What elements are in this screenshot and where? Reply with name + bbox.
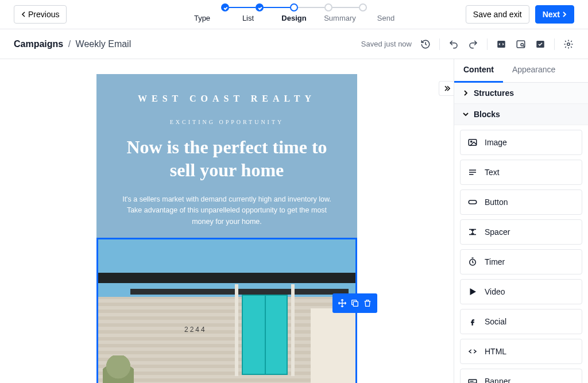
chevron-right-icon — [462, 90, 469, 96]
step-dot-summary[interactable] — [324, 3, 332, 11]
undo-icon[interactable] — [448, 38, 459, 50]
previous-label: Previous — [28, 10, 59, 19]
section-structures-label: Structures — [474, 88, 514, 98]
step-dot-design[interactable] — [290, 3, 298, 11]
save-exit-button[interactable]: Save and exit — [466, 5, 529, 24]
settings-icon[interactable] — [563, 38, 574, 50]
block-banner[interactable]: Banner — [460, 369, 582, 383]
save-status: Saved just now — [361, 40, 412, 48]
previous-button[interactable]: Previous — [14, 5, 67, 24]
block-text-label: Text — [485, 168, 500, 177]
banner-icon — [467, 376, 478, 383]
step-dot-list[interactable] — [256, 3, 264, 11]
button-icon — [467, 197, 478, 207]
block-timer-label: Timer — [485, 257, 505, 266]
main-area: WEST COAST REALTY EXCITING OPPORTUNITY N… — [0, 59, 588, 383]
svg-rect-9 — [469, 172, 476, 173]
code-view-icon[interactable] — [496, 38, 507, 50]
tab-appearance[interactable]: Appearance — [503, 59, 565, 82]
top-toolbar: Previous Type List Design Summary Send S… — [0, 0, 588, 29]
step-dot-type[interactable] — [221, 3, 229, 11]
svg-rect-11 — [469, 200, 477, 204]
house-number: 2244 — [184, 326, 207, 334]
breadcrumb-root[interactable]: Campaigns — [14, 39, 63, 49]
chevron-right-icon — [562, 11, 567, 17]
block-spacer[interactable]: Spacer — [460, 219, 582, 245]
next-label: Next — [543, 10, 560, 19]
redo-icon[interactable] — [467, 38, 479, 50]
svg-rect-6 — [469, 140, 477, 146]
svg-rect-10 — [469, 174, 474, 175]
svg-point-4 — [567, 42, 570, 45]
collapse-panel-button[interactable] — [439, 81, 454, 96]
email-body: It's a sellers market with demand curren… — [113, 194, 341, 227]
block-video-label: Video — [485, 287, 505, 296]
block-button[interactable]: Button — [460, 189, 582, 215]
svg-rect-8 — [469, 170, 476, 171]
wizard-stepper: Type List Design Summary Send — [186, 3, 402, 22]
chevron-down-icon — [462, 111, 469, 118]
block-social-label: Social — [485, 317, 506, 326]
step-label-design[interactable]: Design — [278, 14, 310, 22]
stepper-dots — [221, 3, 367, 11]
breadcrumb-current: Weekly Email — [76, 39, 131, 49]
svg-point-7 — [471, 141, 472, 142]
blocks-list: Image Text Button Spacer Timer — [454, 125, 588, 383]
block-html-label: HTML — [485, 347, 506, 356]
step-dot-send[interactable] — [359, 3, 367, 11]
save-exit-label: Save and exit — [473, 10, 522, 19]
breadcrumb-separator: / — [68, 39, 71, 49]
svg-rect-0 — [497, 41, 505, 48]
email-preview[interactable]: WEST COAST REALTY EXCITING OPPORTUNITY N… — [96, 74, 357, 383]
social-icon — [467, 316, 478, 327]
step-label-summary[interactable]: Summary — [324, 14, 356, 22]
svg-rect-14 — [470, 381, 474, 382]
preview-icon[interactable] — [515, 38, 527, 50]
double-chevron-right-icon — [443, 85, 450, 92]
svg-rect-5 — [353, 301, 358, 306]
block-spacer-label: Spacer — [485, 227, 510, 237]
block-banner-label: Banner — [485, 377, 510, 383]
block-image-label: Image — [485, 138, 507, 147]
step-label-send[interactable]: Send — [370, 14, 402, 22]
block-social[interactable]: Social — [460, 309, 582, 334]
block-timer[interactable]: Timer — [460, 249, 582, 274]
stepper-labels: Type List Design Summary Send — [186, 14, 402, 22]
spacer-icon — [467, 227, 478, 237]
tab-content[interactable]: Content — [454, 59, 503, 83]
text-icon — [467, 167, 478, 177]
chevron-left-icon — [21, 11, 26, 17]
hero-image: 2244 — [98, 239, 355, 383]
block-image[interactable]: Image — [460, 130, 582, 155]
right-panel: Content Appearance Structures Blocks Ima… — [454, 59, 588, 383]
sub-toolbar: Campaigns / Weekly Email Saved just now — [0, 29, 588, 59]
block-html[interactable]: HTML — [460, 339, 582, 364]
html-icon — [467, 346, 478, 357]
timer-icon — [467, 257, 478, 267]
section-blocks[interactable]: Blocks — [454, 104, 588, 125]
image-icon — [467, 137, 478, 148]
history-icon[interactable] — [420, 38, 431, 50]
selected-image-block[interactable]: 2244 — [96, 238, 357, 383]
block-text[interactable]: Text — [460, 160, 582, 185]
video-icon — [467, 287, 478, 297]
step-label-list[interactable]: List — [232, 14, 264, 22]
test-send-icon[interactable] — [535, 38, 546, 50]
step-label-type[interactable]: Type — [186, 14, 218, 22]
panel-tabs: Content Appearance — [454, 59, 588, 83]
section-structures[interactable]: Structures — [454, 83, 588, 104]
email-headline: Now is the perfect time to sell your hom… — [113, 136, 341, 181]
section-blocks-label: Blocks — [474, 110, 500, 119]
delete-icon[interactable] — [361, 297, 374, 310]
canvas[interactable]: WEST COAST REALTY EXCITING OPPORTUNITY N… — [0, 59, 454, 383]
move-icon[interactable] — [336, 297, 349, 310]
duplicate-icon[interactable] — [349, 297, 361, 310]
breadcrumb: Campaigns / Weekly Email — [14, 39, 131, 49]
next-button[interactable]: Next — [535, 5, 574, 24]
selection-toolbar — [332, 293, 377, 313]
email-kicker: EXCITING OPPORTUNITY — [113, 119, 341, 125]
block-video[interactable]: Video — [460, 279, 582, 304]
email-brand: WEST COAST REALTY — [113, 94, 341, 104]
block-button-label: Button — [485, 198, 508, 207]
